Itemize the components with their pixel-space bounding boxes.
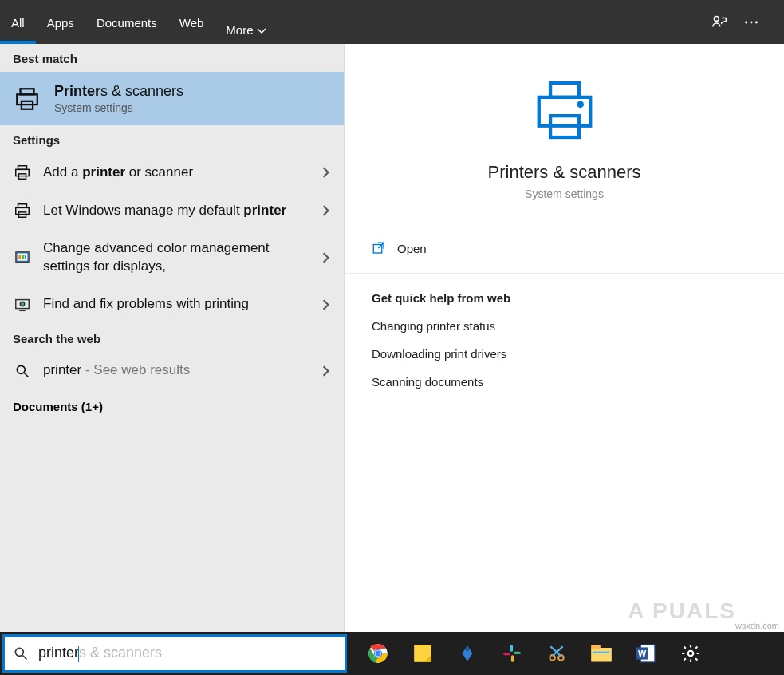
svg-rect-42 (593, 652, 610, 653)
setting-color-management[interactable]: Change advanced color management setting… (0, 230, 344, 286)
svg-rect-34 (510, 645, 513, 652)
setting-default-printer[interactable]: Let Windows manage my default printer (0, 191, 344, 230)
search-input[interactable]: printers & scanners (38, 645, 337, 662)
svg-rect-35 (514, 652, 521, 654)
chevron-right-icon (320, 205, 331, 216)
help-section-title: Get quick help from web (372, 291, 757, 305)
svg-rect-22 (538, 97, 590, 126)
svg-rect-21 (550, 83, 579, 97)
feedback-icon[interactable] (711, 14, 728, 31)
taskbar-app-sticky-notes[interactable] (411, 641, 435, 665)
taskbar: printers & scanners W (0, 632, 784, 675)
svg-rect-5 (17, 94, 37, 105)
taskbar-app-word[interactable]: W (634, 641, 658, 665)
help-link-scanning[interactable]: Scanning documents (372, 375, 757, 389)
help-link-printer-status[interactable]: Changing printer status (372, 319, 757, 333)
documents-section-label[interactable]: Documents (1+) (0, 390, 344, 423)
preview-subtitle: System settings (525, 188, 604, 200)
svg-rect-15 (18, 255, 21, 259)
setting-text: Let Windows manage my default printer (43, 202, 309, 220)
help-link-print-drivers[interactable]: Downloading print drivers (372, 347, 757, 361)
printer-icon (13, 85, 41, 113)
search-web-item[interactable]: printer - See web results (0, 352, 344, 390)
search-web-text: printer - See web results (43, 361, 309, 380)
svg-rect-11 (16, 207, 30, 214)
taskbar-app-file-explorer[interactable] (589, 641, 613, 665)
svg-text:W: W (638, 649, 647, 658)
search-icon (13, 645, 29, 661)
svg-point-24 (578, 103, 581, 106)
svg-rect-8 (16, 169, 30, 176)
svg-rect-40 (591, 648, 612, 662)
taskbar-app-generic-blue[interactable] (455, 641, 479, 665)
svg-point-31 (376, 651, 381, 657)
setting-troubleshoot-printing[interactable]: Find and fix problems with printing (0, 286, 344, 324)
svg-point-19 (20, 302, 25, 306)
color-management-icon (13, 248, 32, 267)
chevron-down-icon (257, 26, 266, 35)
troubleshoot-icon (13, 295, 32, 314)
tab-all[interactable]: All (0, 0, 36, 44)
printer-icon (13, 201, 32, 220)
svg-rect-37 (503, 653, 510, 655)
printer-icon (13, 163, 32, 182)
taskbar-app-settings[interactable] (679, 641, 703, 665)
source-watermark: wsxdn.com (735, 621, 779, 630)
watermark-text: A PUALS (628, 598, 736, 624)
results-pane: Best match Printers & scanners System se… (0, 44, 345, 632)
svg-point-46 (688, 651, 694, 657)
chevron-right-icon (320, 299, 331, 310)
taskbar-app-snip[interactable] (545, 641, 569, 665)
preview-pane: Printers & scanners System settings Open… (345, 44, 784, 632)
settings-label: Settings (0, 125, 344, 153)
setting-add-printer[interactable]: Add a printer or scanner (0, 153, 344, 191)
setting-text: Find and fix problems with printing (43, 295, 309, 314)
svg-point-33 (465, 647, 469, 651)
tab-more[interactable]: More (215, 0, 277, 44)
open-icon (372, 241, 386, 255)
search-icon (13, 361, 32, 381)
svg-rect-17 (25, 255, 26, 259)
taskbar-search-box[interactable]: printers & scanners (2, 634, 347, 673)
more-options-icon[interactable] (743, 14, 760, 31)
taskbar-app-chrome[interactable] (366, 641, 390, 665)
chevron-right-icon (320, 365, 331, 377)
chevron-right-icon (320, 252, 331, 263)
svg-rect-41 (591, 645, 601, 649)
svg-point-26 (15, 648, 23, 656)
tab-documents[interactable]: Documents (85, 0, 168, 44)
chevron-right-icon (320, 167, 331, 178)
taskbar-app-slack[interactable] (500, 641, 524, 665)
open-action[interactable]: Open (345, 223, 784, 274)
best-match-title: Printers & scanners (54, 83, 183, 100)
open-label: Open (397, 242, 427, 255)
printer-large-icon (530, 76, 599, 148)
svg-point-3 (755, 21, 758, 23)
preview-title: Printers & scanners (488, 162, 641, 183)
setting-text: Change advanced color management setting… (43, 239, 309, 276)
tab-web[interactable]: Web (168, 0, 215, 44)
setting-text: Add a printer or scanner (43, 164, 309, 182)
best-match-subtitle: System settings (54, 101, 183, 114)
search-filter-tabs: All Apps Documents Web More (0, 0, 784, 44)
tab-more-label: More (226, 23, 253, 37)
svg-point-20 (17, 365, 25, 373)
svg-rect-16 (22, 255, 24, 259)
svg-point-0 (714, 16, 719, 21)
svg-point-2 (751, 21, 753, 23)
best-match-label: Best match (0, 44, 344, 72)
search-web-label: Search the web (0, 324, 344, 352)
best-match-item[interactable]: Printers & scanners System settings (0, 72, 344, 125)
svg-rect-36 (511, 655, 514, 662)
svg-point-1 (745, 21, 747, 23)
tab-apps[interactable]: Apps (36, 0, 85, 44)
